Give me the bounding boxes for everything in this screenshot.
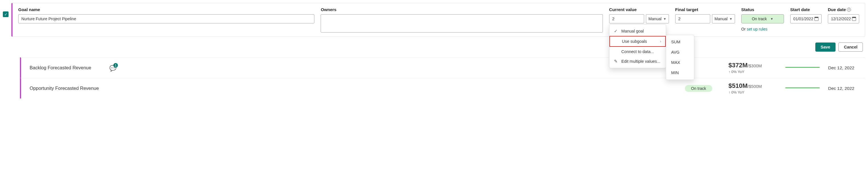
- goal-name-value: Nurture Future Project Pipeline: [21, 17, 76, 21]
- subgoal-name: Backlog Forecasted Revenue: [24, 65, 104, 71]
- start-date-input[interactable]: 01/01/2022: [790, 14, 822, 23]
- current-value-value: 2: [612, 17, 615, 21]
- submenu-item-max[interactable]: MAX: [666, 57, 694, 68]
- chevron-right-icon: ›: [660, 40, 661, 43]
- dropdown-item-manual-goal[interactable]: ✓ Manual goal: [610, 26, 666, 36]
- save-button[interactable]: Save: [815, 43, 836, 52]
- final-target-input[interactable]: 2: [675, 14, 710, 23]
- subgoal-yoy: ↑ 0% YoY: [728, 70, 780, 74]
- subgoal-name: Opportunity Forecasted Revenue: [24, 85, 104, 91]
- sparkline: [785, 65, 823, 71]
- label-status: Status: [741, 7, 784, 12]
- sparkline: [785, 85, 823, 92]
- current-value-input[interactable]: 2: [609, 14, 644, 23]
- info-icon[interactable]: i: [847, 8, 851, 12]
- final-target-value: 2: [678, 17, 681, 21]
- subgoal-row[interactable]: Opportunity Forecasted Revenue On track …: [20, 78, 865, 98]
- chevron-down-icon: ▼: [770, 17, 773, 21]
- chevron-down-icon: ▼: [729, 17, 733, 21]
- label-owners: Owners: [321, 7, 602, 12]
- submenu-item-sum[interactable]: SUM: [666, 37, 694, 47]
- current-value-mode-select[interactable]: Manual ▼: [646, 14, 669, 23]
- subgoal-value-block: $372M/$300M ↑ 0% YoY: [728, 61, 780, 74]
- rules-hint: Or set up rules: [741, 27, 784, 31]
- set-up-rules-link[interactable]: set up rules: [747, 27, 767, 31]
- check-icon: ✓: [613, 29, 619, 33]
- status-value: On track: [752, 17, 767, 21]
- calendar-icon: [852, 17, 856, 21]
- label-final-target: Final target: [675, 7, 735, 12]
- pencil-icon: ✎: [613, 59, 619, 63]
- current-value-mode-label: Manual: [648, 17, 661, 21]
- status-badge: On track: [685, 85, 713, 92]
- dropdown-item-label: Manual goal: [621, 29, 644, 33]
- notes-icon[interactable]: 💬 1: [110, 65, 116, 71]
- cancel-button[interactable]: Cancel: [838, 43, 863, 52]
- subgoal-due-date: Dec 12, 2022: [828, 86, 862, 91]
- subgoal-row[interactable]: Backlog Forecasted Revenue 💬 1 $372M/$30…: [20, 57, 865, 78]
- label-due-date-text: Due date: [828, 7, 846, 12]
- dropdown-item-label: Connect to data...: [621, 49, 654, 54]
- final-target-mode-select[interactable]: Manual ▼: [712, 14, 735, 23]
- label-goal-name: Goal name: [18, 7, 314, 12]
- label-due-date: Due date i: [828, 7, 859, 12]
- subgoal-current: $372M: [728, 61, 748, 69]
- notes-count-badge: 1: [113, 63, 118, 68]
- start-date-value: 01/01/2022: [794, 17, 813, 21]
- submenu-item-avg[interactable]: AVG: [666, 47, 694, 57]
- dropdown-item-label: Use subgoals: [622, 39, 647, 44]
- dropdown-item-label: Edit multiple values...: [621, 59, 660, 63]
- goal-edit-card: Goal name Nurture Future Project Pipelin…: [11, 3, 865, 37]
- or-text: Or: [741, 27, 747, 31]
- due-date-value: 12/12/2022: [831, 17, 851, 21]
- label-current-value: Current value: [609, 7, 669, 12]
- chevron-down-icon: ▼: [663, 17, 666, 21]
- goal-row-checkbox[interactable]: ✓: [3, 11, 8, 17]
- dropdown-item-use-subgoals[interactable]: Use subgoals ›: [610, 36, 666, 47]
- status-select[interactable]: On track ▼: [741, 14, 784, 23]
- label-start-date: Start date: [790, 7, 822, 12]
- submenu-item-min[interactable]: MIN: [666, 68, 694, 78]
- dropdown-item-edit-multiple-values[interactable]: ✎ Edit multiple values...: [610, 56, 666, 66]
- subgoal-due-date: Dec 12, 2022: [828, 65, 862, 71]
- due-date-input[interactable]: 12/12/2022: [828, 14, 859, 23]
- owners-input[interactable]: [321, 14, 602, 32]
- final-target-mode-label: Manual: [714, 17, 727, 21]
- subgoal-current: $510M: [728, 82, 748, 89]
- subgoal-target: /$300M: [748, 63, 762, 68]
- aggregation-submenu: SUM AVG MAX MIN: [666, 35, 694, 80]
- dropdown-item-connect-to-data[interactable]: Connect to data...: [610, 47, 666, 56]
- subgoal-value-block: $510M/$500M ↑ 0% YoY: [728, 82, 780, 95]
- subgoal-target: /$500M: [748, 84, 762, 89]
- value-mode-dropdown: ✓ Manual goal Use subgoals › Connect to …: [609, 24, 666, 68]
- goal-name-input[interactable]: Nurture Future Project Pipeline: [18, 14, 314, 23]
- calendar-icon: [814, 17, 818, 21]
- subgoal-yoy: ↑ 0% YoY: [728, 90, 780, 95]
